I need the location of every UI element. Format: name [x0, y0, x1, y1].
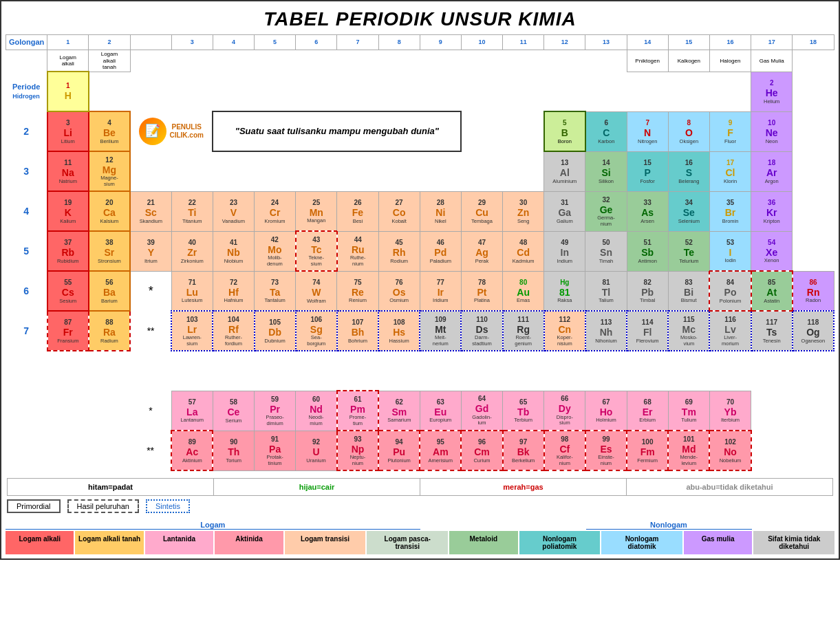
element-Og[interactable]: 118 Og Oganeson — [793, 311, 834, 351]
element-Eu[interactable]: 63 Eu Europium — [420, 391, 461, 431]
element-Cl[interactable]: 17 Cl Klorin — [709, 151, 751, 191]
element-Sm[interactable]: 62 Sm Samarium — [378, 391, 420, 431]
element-Lv[interactable]: 116 Lv Liver-morium — [709, 311, 751, 351]
element-Sg[interactable]: 106 Sg Sea-borgium — [296, 311, 337, 351]
element-Cf[interactable]: 98 Cf Kalifor-nium — [544, 431, 585, 470]
element-Li[interactable]: 3 Li Litium — [47, 111, 89, 151]
element-Ta[interactable]: 73 Ta Tantalum — [255, 271, 296, 311]
element-Am[interactable]: 95 Am Amerisium — [420, 431, 461, 470]
element-Po[interactable]: 84 Po Polonium — [709, 271, 751, 311]
element-I[interactable]: 53 I Iodin — [709, 231, 751, 271]
element-Br[interactable]: 35 Br Bromin — [709, 191, 751, 231]
element-V[interactable]: 23 V Vanadium — [213, 191, 254, 231]
element-As[interactable]: 33 As Arsen — [627, 191, 668, 231]
element-Ir[interactable]: 77 Ir Iridium — [420, 271, 461, 311]
element-Rh[interactable]: 45 Rh Rodium — [378, 231, 420, 271]
element-S[interactable]: 16 S Belerang — [668, 151, 709, 191]
element-Bi[interactable]: 83 Bi Bismut — [668, 271, 709, 311]
element-Te[interactable]: 52 Te Telurium — [668, 231, 709, 271]
element-C[interactable]: 6 C Karbon — [585, 111, 627, 151]
element-Ca[interactable]: 20 Ca Kalsium — [89, 191, 130, 231]
element-Pt[interactable]: 78 Pt Platina — [461, 271, 502, 311]
element-Md[interactable]: 101 Md Mende-levium — [668, 431, 709, 470]
element-Ti[interactable]: 22 Ti Titanium — [171, 191, 213, 231]
element-Ac[interactable]: 89 Ac Aktinium — [171, 431, 213, 470]
element-Hf[interactable]: 72 Hf Hafnium — [213, 271, 254, 311]
element-Zn[interactable]: 30 Zn Seng — [503, 191, 544, 231]
element-Sn[interactable]: 50 Sn Timah — [585, 231, 627, 271]
element-Cs[interactable]: 55 Cs Sesium — [47, 271, 89, 311]
element-Co[interactable]: 27 Co Kobalt — [378, 191, 420, 231]
element-Xe[interactable]: 54 Xe Xenon — [751, 231, 793, 271]
element-Mt[interactable]: 109 Mt Meit-nerium — [420, 311, 461, 351]
element-Ho[interactable]: 67 Ho Holmium — [585, 391, 627, 431]
element-Cu[interactable]: 29 Cu Tembaga — [461, 191, 502, 231]
element-Tm[interactable]: 69 Tm Tulium — [668, 391, 709, 431]
element-Cn[interactable]: 112 Cn Koper-nisium — [544, 311, 585, 351]
element-Mc[interactable]: 115 Mc Mosko-vium — [668, 311, 709, 351]
element-Mn[interactable]: 25 Mn Mangan — [296, 191, 337, 231]
element-Er[interactable]: 68 Er Erbium — [627, 391, 668, 431]
element-Rb[interactable]: 37 Rb Rubidium — [47, 231, 89, 271]
element-Ag[interactable]: 47 Ag Perak — [461, 231, 502, 271]
element-No[interactable]: 102 No Nobelium — [709, 431, 751, 470]
element-Sr[interactable]: 38 Sr Stronsium — [89, 231, 130, 271]
element-Ds[interactable]: 110 Ds Darm-stadtium — [461, 311, 502, 351]
element-Ni[interactable]: 28 Ni Nikel — [420, 191, 461, 231]
element-Ru[interactable]: 44 Ru Ruthe-nium — [337, 231, 378, 271]
element-Ne[interactable]: 10 Ne Neon — [751, 111, 793, 151]
element-Pu[interactable]: 94 Pu Plutonium — [378, 431, 420, 470]
element-Es[interactable]: 99 Es Einste-nium — [585, 431, 627, 470]
element-Os[interactable]: 76 Os Osmium — [378, 271, 420, 311]
element-Rn[interactable]: 86 Rn Radon — [793, 271, 834, 311]
element-Sc[interactable]: 21 Sc Skandium — [130, 191, 171, 231]
element-Si[interactable]: 14 Si Silikon — [585, 151, 627, 191]
element-Cd[interactable]: 48 Cd Kadmium — [503, 231, 544, 271]
element-Y[interactable]: 39 Y Itrium — [130, 231, 171, 271]
element-P[interactable]: 15 P Fosfor — [627, 151, 668, 191]
element-Ra[interactable]: 88 Ra Radium — [89, 311, 130, 351]
element-Pa[interactable]: 91 Pa Protak-tinium — [255, 431, 296, 470]
element-Ge[interactable]: 32 Ge Germa-nium — [585, 191, 627, 231]
element-Hs[interactable]: 108 Hs Hassium — [378, 311, 420, 351]
element-Ce[interactable]: 58 Ce Serium — [213, 391, 254, 431]
element-Np[interactable]: 93 Np Neptu-nium — [337, 431, 378, 470]
element-Th[interactable]: 90 Th Torium — [213, 431, 254, 470]
element-Lu[interactable]: 71 Lu Lutesium — [171, 271, 213, 311]
element-Dy[interactable]: 66 Dy Dispro-sium — [544, 391, 585, 431]
element-Bk[interactable]: 97 Bk Berkelium — [503, 431, 544, 470]
element-O[interactable]: 8 O Oksigen — [668, 111, 709, 151]
element-Bh[interactable]: 107 Bh Bohrium — [337, 311, 378, 351]
element-Gd[interactable]: 64 Gd Gadolin-ium — [461, 391, 502, 431]
element-Rf[interactable]: 104 Rf Ruther-fordium — [213, 311, 254, 351]
element-N[interactable]: 7 N Nitrogen — [627, 111, 668, 151]
element-Cr[interactable]: 24 Cr Kromium — [255, 191, 296, 231]
element-Mg[interactable]: 12 Mg Magne-sium — [89, 151, 130, 191]
element-K[interactable]: 19 K Kalium — [47, 191, 89, 231]
element-Fl[interactable]: 114 Fl Flerovium — [627, 311, 668, 351]
element-Se[interactable]: 34 Se Selenium — [668, 191, 709, 231]
element-Ba[interactable]: 56 Ba Barium — [89, 271, 130, 311]
element-Re[interactable]: 75 Re Renium — [337, 271, 378, 311]
element-U[interactable]: 92 U Uranium — [296, 431, 337, 470]
element-Be[interactable]: 4 Be Berilium — [89, 111, 130, 151]
element-Kr[interactable]: 36 Kr Kripton — [751, 191, 793, 231]
element-Na[interactable]: 11 Na Natrium — [47, 151, 89, 191]
element-Sb[interactable]: 51 Sb Antimon — [627, 231, 668, 271]
element-Pb[interactable]: 82 Pb Timbal — [627, 271, 668, 311]
element-Db[interactable]: 105 Db Dubnium — [255, 311, 296, 351]
element-Hg[interactable]: Hg 81 Raksa — [544, 271, 585, 311]
element-Ga[interactable]: 31 Ga Galium — [544, 191, 585, 231]
element-Nh[interactable]: 113 Nh Nihonium — [585, 311, 627, 351]
element-Fr[interactable]: 87 Fr Fransium — [47, 311, 89, 351]
element-Yb[interactable]: 70 Yb Iterbium — [709, 391, 751, 431]
element-Fe[interactable]: 26 Fe Besi — [337, 191, 378, 231]
element-Tc[interactable]: 43 Tc Tekne-sium — [296, 231, 337, 271]
element-Mo[interactable]: 42 Mo Molib-denum — [255, 231, 296, 271]
element-Ar[interactable]: 18 Ar Argon — [751, 151, 793, 191]
element-Lr[interactable]: 103 Lr Lawren-sium — [171, 311, 213, 351]
element-Fm[interactable]: 100 Fm Fermium — [627, 431, 668, 470]
element-In[interactable]: 49 In Indium — [544, 231, 585, 271]
element-Cm[interactable]: 96 Cm Curium — [461, 431, 502, 470]
element-H[interactable]: 1 H — [47, 72, 89, 111]
